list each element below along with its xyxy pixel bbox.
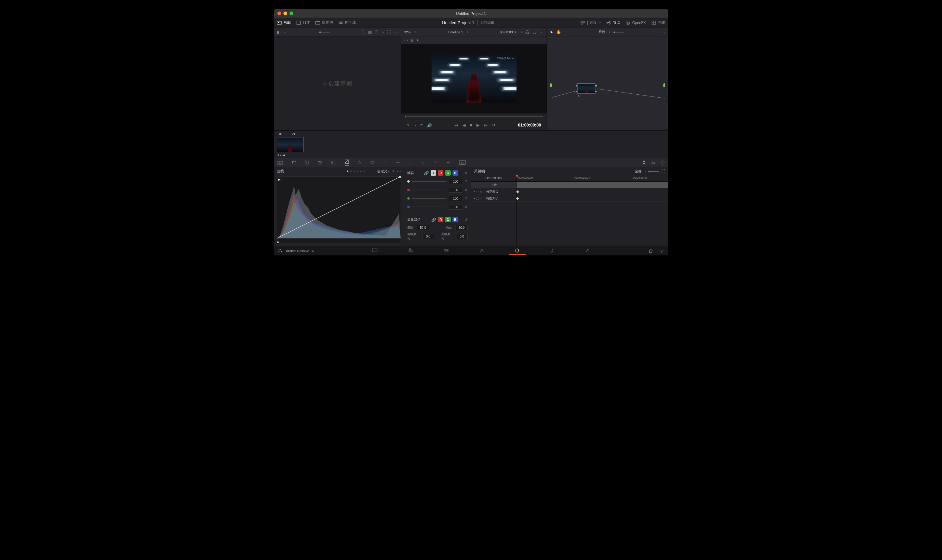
keyframe-track-master[interactable]: 主控 — [471, 182, 516, 188]
tracker-icon[interactable] — [396, 160, 400, 165]
list-view-icon[interactable]: ☰ — [375, 30, 379, 34]
timeline-name-dropdown[interactable]: Timeline 1 — [448, 30, 463, 34]
r-intensity-slider[interactable]: 100 ↺ — [407, 186, 468, 193]
diamond-icon[interactable]: ◇ — [480, 190, 482, 193]
keyframe-track-sizing[interactable]: ●⬚◇› 调整大小 — [471, 195, 516, 202]
keyframes-panel-icon[interactable] — [642, 160, 646, 165]
curves-icon[interactable] — [345, 160, 349, 166]
reset-icon[interactable]: ↺ — [391, 169, 394, 173]
diamond-icon[interactable]: ◇ — [480, 197, 482, 200]
color-match-icon[interactable] — [291, 160, 296, 165]
viewer-mode-icon[interactable]: ▭ — [404, 38, 408, 43]
search-icon[interactable]: ⌕ — [382, 30, 384, 34]
curve-white-point[interactable] — [399, 176, 401, 178]
channel-y-button[interactable]: Y — [431, 170, 436, 175]
magic-mask-icon[interactable] — [408, 160, 413, 165]
y-intensity-slider[interactable]: 100 ↺ — [407, 178, 468, 185]
slider-dot-icon[interactable]: ●─── — [319, 30, 329, 34]
node-editor-panel[interactable]: 01 — [547, 36, 668, 131]
keyframe-timeline[interactable]: 00:00:00:00 00:00:19:04 00:00:38:08 — [517, 175, 668, 246]
pointer-icon[interactable]: ➤ — [550, 30, 553, 34]
sidebar-toggle-icon[interactable]: ◧ — [277, 30, 280, 34]
expand-icon[interactable]: ⛶ — [661, 169, 665, 174]
fullscreen-icon[interactable]: ⛶ — [533, 30, 537, 34]
gallery-toggle[interactable]: 画廊 — [277, 20, 291, 25]
next-frame-button[interactable]: ⏭ — [484, 123, 488, 128]
viewer-image-area[interactable]: CG画质 bilibili — [401, 44, 546, 114]
lock-icon[interactable]: ⬚ — [476, 197, 479, 200]
blur-icon[interactable] — [421, 160, 425, 165]
audio-icon[interactable]: 🔊 — [427, 123, 432, 128]
node-graph-input[interactable] — [550, 83, 552, 87]
color-page-button[interactable] — [509, 247, 526, 255]
g-intensity-slider[interactable]: 100 ↺ — [407, 195, 468, 202]
openfx-toggle[interactable]: fx OpenFX — [625, 20, 646, 25]
sizing-icon[interactable] — [447, 160, 451, 165]
play-marker-icon[interactable]: ▶ — [278, 178, 281, 181]
fairlight-page-button[interactable] — [544, 247, 561, 255]
reset-icon[interactable]: ↺ — [465, 217, 468, 222]
color-warper-icon[interactable] — [357, 160, 362, 165]
channel-b-button[interactable]: B — [453, 170, 458, 175]
color-wheels-icon[interactable] — [305, 160, 309, 165]
key-icon[interactable] — [434, 160, 438, 165]
grid-view-icon[interactable]: ▦ — [368, 30, 372, 34]
curves-mode-dropdown[interactable]: 自定义 — [377, 169, 387, 174]
cut-page-button[interactable] — [402, 247, 419, 255]
rgb-mixer-icon[interactable] — [317, 160, 322, 165]
window-icon[interactable] — [383, 160, 387, 165]
more-icon[interactable]: ⋯ — [661, 30, 665, 34]
deliver-page-button[interactable] — [579, 247, 596, 255]
play-button[interactable]: ▶ — [476, 123, 480, 128]
zoom-slider-icon[interactable]: ●─── — [613, 30, 623, 34]
more-icon[interactable]: ⋯ — [397, 169, 401, 174]
reset-icon[interactable]: ↺ — [465, 205, 468, 209]
channel-g-button[interactable]: G — [445, 170, 451, 175]
fusion-page-button[interactable] — [473, 247, 490, 255]
expand-icon[interactable]: ⛶ — [387, 30, 391, 34]
curves-mode-dots[interactable] — [347, 171, 365, 172]
info-icon[interactable]: i — [660, 160, 665, 165]
stereo-3d-icon[interactable]: 3D — [459, 160, 466, 165]
keyframe-track-corrector[interactable]: ●⬚◇› 校正器 1 — [471, 188, 516, 195]
sort-icon[interactable]: ⇅ — [362, 30, 365, 34]
nodes-toggle[interactable]: 节点 — [606, 20, 620, 25]
keyframes-filter-dropdown[interactable]: 全部 — [635, 169, 642, 174]
minimize-window-button[interactable] — [283, 12, 287, 15]
viewer-timecode[interactable]: 01:00:00:00 — [518, 123, 541, 128]
zoom-slider-icon[interactable]: ●─── — [648, 169, 659, 174]
node-01[interactable]: 01 — [577, 83, 598, 98]
mediapool-toggle[interactable]: 媒体池 — [315, 20, 333, 25]
lightbox-toggle[interactable]: 光箱 — [651, 20, 665, 25]
channel-r-button[interactable]: R — [438, 170, 443, 175]
close-window-button[interactable] — [277, 12, 281, 15]
reset-icon[interactable]: ↺ — [465, 188, 468, 192]
home-button[interactable] — [648, 248, 653, 253]
maximize-window-button[interactable] — [289, 12, 293, 15]
stop-button[interactable]: ■ — [470, 123, 472, 128]
reset-icon[interactable]: ↺ — [465, 179, 468, 183]
low-soft-value[interactable]: 0.0 — [422, 234, 434, 239]
softclip-b-button[interactable]: B — [453, 217, 458, 222]
reset-icon[interactable]: ↺ — [465, 196, 468, 200]
keyframe-playhead[interactable] — [517, 175, 517, 246]
high-soft-value[interactable]: 0.0 — [456, 234, 468, 239]
more-icon[interactable]: ⋯ — [540, 30, 543, 34]
first-frame-button[interactable]: ⏮ — [454, 123, 458, 128]
qualifier-icon[interactable] — [370, 160, 374, 165]
camera-raw-icon[interactable] — [277, 160, 283, 165]
node-graph-output[interactable] — [663, 83, 665, 87]
settings-button[interactable] — [659, 248, 664, 253]
colorwheel-icon[interactable] — [525, 30, 529, 34]
node-view-dropdown[interactable]: 片段 — [599, 30, 605, 34]
chevron-right-icon[interactable]: › — [483, 197, 484, 200]
viewer-scrubber[interactable] — [401, 114, 546, 120]
scopes-icon[interactable] — [651, 160, 656, 165]
curve-black-point[interactable] — [277, 241, 279, 244]
lock-icon[interactable]: ⬚ — [476, 190, 479, 193]
b-intensity-slider[interactable]: 100 ↺ — [407, 203, 468, 210]
media-page-button[interactable] — [366, 247, 383, 255]
record-timecode[interactable]: 00:00:00:00 — [500, 30, 517, 34]
softclip-g-button[interactable]: G — [445, 217, 451, 222]
low-value[interactable]: 50.0 — [417, 225, 429, 230]
